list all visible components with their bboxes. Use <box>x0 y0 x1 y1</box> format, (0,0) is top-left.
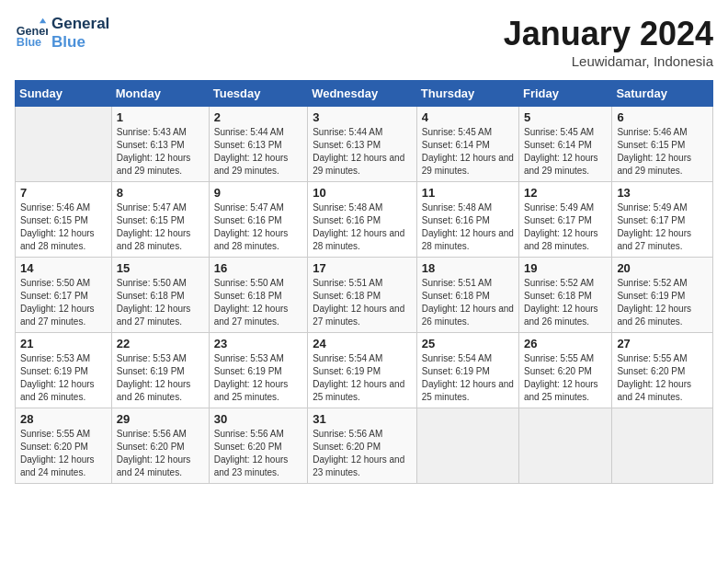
day-number: 1 <box>117 110 204 124</box>
day-number: 8 <box>117 186 204 200</box>
day-number: 4 <box>422 110 514 124</box>
title-block: January 2024 Leuwidamar, Indonesia <box>504 15 713 69</box>
day-info: Sunrise: 5:53 AMSunset: 6:19 PMDaylight:… <box>20 352 107 404</box>
calendar-cell: 9Sunrise: 5:47 AMSunset: 6:16 PMDaylight… <box>209 182 307 258</box>
day-number: 29 <box>117 412 204 426</box>
col-header-wednesday: Wednesday <box>308 81 417 107</box>
calendar-cell: 23Sunrise: 5:53 AMSunset: 6:19 PMDayligh… <box>209 333 307 408</box>
day-number: 26 <box>524 337 607 350</box>
day-number: 5 <box>524 110 607 124</box>
day-info: Sunrise: 5:47 AMSunset: 6:16 PMDaylight:… <box>214 201 302 253</box>
day-info: Sunrise: 5:55 AMSunset: 6:20 PMDaylight:… <box>20 428 107 479</box>
calendar-cell: 26Sunrise: 5:55 AMSunset: 6:20 PMDayligh… <box>518 333 611 408</box>
day-info: Sunrise: 5:55 AMSunset: 6:20 PMDaylight:… <box>617 352 708 404</box>
day-info: Sunrise: 5:47 AMSunset: 6:15 PMDaylight:… <box>117 201 204 253</box>
day-number: 18 <box>422 261 514 275</box>
calendar-week-row: 28Sunrise: 5:55 AMSunset: 6:20 PMDayligh… <box>16 408 713 484</box>
calendar-cell: 24Sunrise: 5:54 AMSunset: 6:19 PMDayligh… <box>308 333 417 408</box>
day-info: Sunrise: 5:44 AMSunset: 6:13 PMDaylight:… <box>214 126 302 178</box>
calendar-cell: 6Sunrise: 5:46 AMSunset: 6:15 PMDaylight… <box>612 107 713 182</box>
calendar-cell: 22Sunrise: 5:53 AMSunset: 6:19 PMDayligh… <box>111 333 209 408</box>
logo-blue: Blue <box>51 33 109 52</box>
day-number: 24 <box>313 337 412 350</box>
day-number: 25 <box>422 337 514 350</box>
svg-text:Blue: Blue <box>17 37 41 50</box>
day-number: 7 <box>20 186 107 200</box>
day-info: Sunrise: 5:54 AMSunset: 6:19 PMDaylight:… <box>313 352 412 404</box>
day-number: 3 <box>313 110 412 124</box>
calendar-cell: 31Sunrise: 5:56 AMSunset: 6:20 PMDayligh… <box>308 408 417 484</box>
day-info: Sunrise: 5:51 AMSunset: 6:18 PMDaylight:… <box>422 277 514 328</box>
calendar-cell <box>518 408 611 484</box>
col-header-thursday: Thursday <box>416 81 518 107</box>
day-number: 15 <box>117 261 204 275</box>
day-info: Sunrise: 5:49 AMSunset: 6:17 PMDaylight:… <box>617 201 708 253</box>
day-number: 31 <box>313 412 412 426</box>
day-number: 22 <box>117 337 204 350</box>
logo-icon: General Blue <box>15 17 48 50</box>
calendar-cell: 25Sunrise: 5:54 AMSunset: 6:19 PMDayligh… <box>416 333 518 408</box>
day-number: 23 <box>214 337 302 350</box>
day-number: 11 <box>422 186 514 200</box>
day-info: Sunrise: 5:46 AMSunset: 6:15 PMDaylight:… <box>617 126 708 178</box>
day-number: 9 <box>214 186 302 200</box>
day-number: 13 <box>617 186 708 200</box>
day-info: Sunrise: 5:45 AMSunset: 6:14 PMDaylight:… <box>524 126 607 178</box>
logo: General Blue General Blue <box>15 15 109 52</box>
day-number: 14 <box>20 261 107 275</box>
day-info: Sunrise: 5:54 AMSunset: 6:19 PMDaylight:… <box>422 352 514 404</box>
day-info: Sunrise: 5:44 AMSunset: 6:13 PMDaylight:… <box>313 126 412 178</box>
col-header-friday: Friday <box>518 81 611 107</box>
calendar-table: SundayMondayTuesdayWednesdayThursdayFrid… <box>15 80 713 484</box>
calendar-cell: 17Sunrise: 5:51 AMSunset: 6:18 PMDayligh… <box>308 258 417 333</box>
calendar-cell: 12Sunrise: 5:49 AMSunset: 6:17 PMDayligh… <box>518 182 611 258</box>
calendar-cell: 18Sunrise: 5:51 AMSunset: 6:18 PMDayligh… <box>416 258 518 333</box>
calendar-cell: 7Sunrise: 5:46 AMSunset: 6:15 PMDaylight… <box>16 182 112 258</box>
logo-general: General <box>51 15 109 33</box>
col-header-sunday: Sunday <box>16 81 112 107</box>
day-info: Sunrise: 5:48 AMSunset: 6:16 PMDaylight:… <box>313 201 412 253</box>
day-info: Sunrise: 5:55 AMSunset: 6:20 PMDaylight:… <box>524 352 607 404</box>
day-number: 17 <box>313 261 412 275</box>
calendar-cell: 13Sunrise: 5:49 AMSunset: 6:17 PMDayligh… <box>612 182 713 258</box>
day-info: Sunrise: 5:51 AMSunset: 6:18 PMDaylight:… <box>313 277 412 328</box>
svg-marker-2 <box>40 18 46 23</box>
calendar-cell: 19Sunrise: 5:52 AMSunset: 6:18 PMDayligh… <box>518 258 611 333</box>
day-info: Sunrise: 5:45 AMSunset: 6:14 PMDaylight:… <box>422 126 514 178</box>
day-info: Sunrise: 5:56 AMSunset: 6:20 PMDaylight:… <box>214 428 302 479</box>
calendar-header-row: SundayMondayTuesdayWednesdayThursdayFrid… <box>16 81 713 107</box>
day-number: 12 <box>524 186 607 200</box>
day-number: 2 <box>214 110 302 124</box>
calendar-cell: 27Sunrise: 5:55 AMSunset: 6:20 PMDayligh… <box>612 333 713 408</box>
day-info: Sunrise: 5:49 AMSunset: 6:17 PMDaylight:… <box>524 201 607 253</box>
day-number: 19 <box>524 261 607 275</box>
calendar-cell <box>612 408 713 484</box>
location-subtitle: Leuwidamar, Indonesia <box>504 53 713 69</box>
calendar-cell: 10Sunrise: 5:48 AMSunset: 6:16 PMDayligh… <box>308 182 417 258</box>
calendar-cell: 1Sunrise: 5:43 AMSunset: 6:13 PMDaylight… <box>111 107 209 182</box>
day-number: 27 <box>617 337 708 350</box>
day-number: 28 <box>20 412 107 426</box>
col-header-monday: Monday <box>111 81 209 107</box>
day-info: Sunrise: 5:52 AMSunset: 6:19 PMDaylight:… <box>617 277 708 328</box>
calendar-cell: 30Sunrise: 5:56 AMSunset: 6:20 PMDayligh… <box>209 408 307 484</box>
calendar-cell: 2Sunrise: 5:44 AMSunset: 6:13 PMDaylight… <box>209 107 307 182</box>
calendar-week-row: 1Sunrise: 5:43 AMSunset: 6:13 PMDaylight… <box>16 107 713 182</box>
calendar-cell: 14Sunrise: 5:50 AMSunset: 6:17 PMDayligh… <box>16 258 112 333</box>
day-info: Sunrise: 5:50 AMSunset: 6:18 PMDaylight:… <box>214 277 302 328</box>
calendar-cell: 4Sunrise: 5:45 AMSunset: 6:14 PMDaylight… <box>416 107 518 182</box>
calendar-cell: 20Sunrise: 5:52 AMSunset: 6:19 PMDayligh… <box>612 258 713 333</box>
col-header-saturday: Saturday <box>612 81 713 107</box>
day-info: Sunrise: 5:53 AMSunset: 6:19 PMDaylight:… <box>214 352 302 404</box>
day-info: Sunrise: 5:50 AMSunset: 6:18 PMDaylight:… <box>117 277 204 328</box>
calendar-cell: 8Sunrise: 5:47 AMSunset: 6:15 PMDaylight… <box>111 182 209 258</box>
calendar-cell: 29Sunrise: 5:56 AMSunset: 6:20 PMDayligh… <box>111 408 209 484</box>
calendar-week-row: 14Sunrise: 5:50 AMSunset: 6:17 PMDayligh… <box>16 258 713 333</box>
day-number: 30 <box>214 412 302 426</box>
calendar-week-row: 7Sunrise: 5:46 AMSunset: 6:15 PMDaylight… <box>16 182 713 258</box>
day-info: Sunrise: 5:52 AMSunset: 6:18 PMDaylight:… <box>524 277 607 328</box>
calendar-cell: 15Sunrise: 5:50 AMSunset: 6:18 PMDayligh… <box>111 258 209 333</box>
calendar-cell: 3Sunrise: 5:44 AMSunset: 6:13 PMDaylight… <box>308 107 417 182</box>
calendar-week-row: 21Sunrise: 5:53 AMSunset: 6:19 PMDayligh… <box>16 333 713 408</box>
page-header: General Blue General Blue January 2024 L… <box>15 15 713 69</box>
